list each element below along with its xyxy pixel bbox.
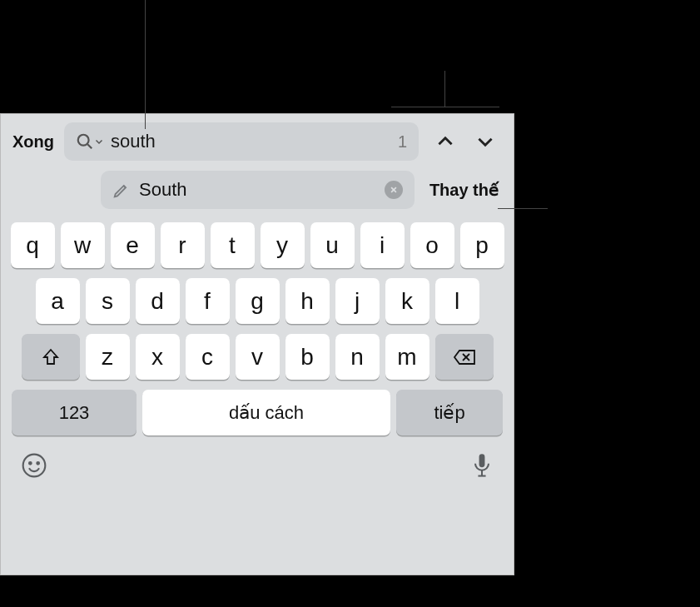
key-p[interactable]: p bbox=[460, 222, 504, 268]
key-a[interactable]: a bbox=[36, 278, 80, 324]
keyboard: q w e r t y u i o p a s d f g h j k l bbox=[1, 217, 514, 435]
search-field[interactable]: south 1 bbox=[64, 122, 419, 161]
key-m[interactable]: m bbox=[385, 334, 429, 380]
next-key[interactable]: tiếp bbox=[396, 390, 503, 435]
svg-rect-9 bbox=[479, 454, 485, 467]
search-options-button[interactable] bbox=[76, 132, 104, 151]
callout-line bbox=[498, 208, 548, 209]
key-y[interactable]: y bbox=[261, 222, 305, 268]
shift-icon bbox=[41, 347, 61, 367]
svg-line-1 bbox=[87, 144, 92, 148]
close-icon bbox=[390, 186, 398, 194]
key-r[interactable]: r bbox=[161, 222, 205, 268]
key-t[interactable]: t bbox=[211, 222, 255, 268]
key-k[interactable]: k bbox=[385, 278, 429, 324]
dictation-button[interactable] bbox=[470, 452, 494, 479]
svg-point-6 bbox=[23, 455, 46, 477]
done-button[interactable]: Xong bbox=[11, 129, 56, 155]
keyboard-panel: Xong south 1 bbox=[0, 113, 514, 575]
key-row-1: q w e r t y u i o p bbox=[4, 222, 510, 268]
backspace-icon bbox=[453, 347, 476, 367]
key-s[interactable]: s bbox=[86, 278, 130, 324]
keyboard-bottom-bar bbox=[1, 445, 514, 487]
key-d[interactable]: d bbox=[136, 278, 180, 324]
callout-line bbox=[145, 0, 146, 129]
emoji-icon bbox=[21, 452, 47, 479]
key-n[interactable]: n bbox=[335, 334, 380, 380]
microphone-icon bbox=[470, 452, 494, 479]
chevron-down-icon bbox=[94, 137, 104, 147]
svg-point-8 bbox=[37, 462, 39, 465]
key-row-3: z x c v b n m bbox=[4, 334, 510, 380]
replace-input-value[interactable]: South bbox=[139, 179, 376, 201]
prev-result-button[interactable] bbox=[427, 123, 464, 160]
replace-toolbar: South Thay thế bbox=[1, 166, 514, 217]
next-result-button[interactable] bbox=[467, 123, 504, 160]
key-h[interactable]: h bbox=[285, 278, 330, 324]
shift-key[interactable] bbox=[22, 334, 80, 380]
key-v[interactable]: v bbox=[236, 334, 280, 380]
result-nav bbox=[427, 123, 504, 160]
clear-replace-button[interactable] bbox=[385, 181, 403, 199]
replace-button[interactable]: Thay thế bbox=[424, 180, 504, 200]
backspace-key[interactable] bbox=[435, 334, 494, 380]
chevron-up-icon bbox=[434, 131, 456, 152]
svg-point-0 bbox=[78, 135, 89, 146]
pencil-icon bbox=[112, 181, 131, 199]
key-f[interactable]: f bbox=[186, 278, 230, 324]
key-row-4: 123 dấu cách tiếp bbox=[4, 390, 510, 435]
key-i[interactable]: i bbox=[360, 222, 405, 268]
callout-line bbox=[444, 71, 445, 107]
emoji-button[interactable] bbox=[21, 452, 47, 479]
key-x[interactable]: x bbox=[136, 334, 180, 380]
key-z[interactable]: z bbox=[86, 334, 130, 380]
key-c[interactable]: c bbox=[186, 334, 230, 380]
key-w[interactable]: w bbox=[61, 222, 105, 268]
key-j[interactable]: j bbox=[335, 278, 380, 324]
numbers-key[interactable]: 123 bbox=[12, 390, 137, 435]
search-input-value[interactable]: south bbox=[111, 131, 391, 152]
callout-line bbox=[391, 107, 499, 107]
replace-field[interactable]: South bbox=[101, 171, 415, 209]
key-u[interactable]: u bbox=[310, 222, 355, 268]
result-count: 1 bbox=[398, 132, 407, 152]
key-o[interactable]: o bbox=[410, 222, 454, 268]
search-toolbar: Xong south 1 bbox=[1, 114, 514, 166]
chevron-down-icon bbox=[474, 131, 496, 152]
svg-point-7 bbox=[29, 462, 32, 465]
key-q[interactable]: q bbox=[11, 222, 55, 268]
key-e[interactable]: e bbox=[111, 222, 155, 268]
search-icon bbox=[76, 132, 94, 151]
key-b[interactable]: b bbox=[285, 334, 330, 380]
key-l[interactable]: l bbox=[435, 278, 479, 324]
key-row-2: a s d f g h j k l bbox=[4, 278, 510, 324]
key-g[interactable]: g bbox=[236, 278, 280, 324]
space-key[interactable]: dấu cách bbox=[142, 390, 390, 435]
